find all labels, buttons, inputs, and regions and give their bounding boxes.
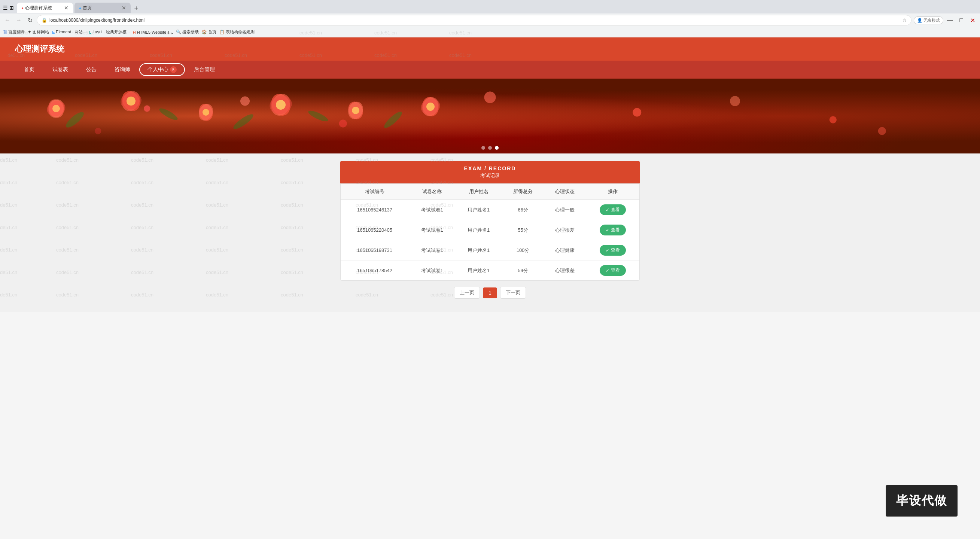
section-header-en: EXAM / RECORD <box>345 165 635 172</box>
check-icon: ✓ <box>606 248 609 253</box>
bookmark-icon-5: H <box>133 30 136 35</box>
bookmark-icon-3: E <box>52 30 55 35</box>
svg-point-10 <box>202 109 209 116</box>
forward-button[interactable]: → <box>14 16 23 25</box>
bookmark-wallpaper[interactable]: 🔍 搜索壁纸 <box>176 29 199 35</box>
profile-icon: 👤 <box>917 18 922 22</box>
carousel-dots[interactable] <box>481 146 499 150</box>
bookmark-baidufanyi[interactable]: 百 百度翻译 <box>3 29 25 35</box>
bookmark-home[interactable]: 🏠 首页 <box>202 29 216 35</box>
reload-button[interactable]: ↻ <box>25 16 35 25</box>
page-1-button[interactable]: 1 <box>483 288 497 298</box>
profile-button[interactable]: 👤 无痕模式 <box>914 16 943 24</box>
exam-table-body: 1651065246137考试试卷1用户姓名166分心理一般✓ 查看165106… <box>340 200 640 281</box>
browser-chrome: ☰ ⊞ ● 心理测评系统 ✕ ● 首页 ✕ ＋ ← → ↻ 🔒 localhos… <box>0 0 980 37</box>
exam-table-head: 考试编号 试卷名称 用户姓名 所得总分 心理状态 操作 <box>340 184 640 200</box>
bookmark-icon-6: 🔍 <box>176 30 181 35</box>
bookmark-tablespec[interactable]: 📋 表结构命名规则 <box>220 29 255 35</box>
nav-consultants[interactable]: 咨询师 <box>105 62 139 78</box>
minimize-button[interactable]: — <box>945 16 955 25</box>
tab-close-2[interactable]: ✕ <box>122 5 126 11</box>
check-icon: ✓ <box>606 268 609 273</box>
view-button-0[interactable]: ✓ 查看 <box>600 204 626 215</box>
svg-point-26 <box>382 110 404 130</box>
svg-point-24 <box>232 112 255 131</box>
carousel <box>0 79 980 153</box>
table-row: 1651065198731考试试卷1用户姓名1100分心理健康✓ 查看 <box>340 240 640 261</box>
bookmark-icon-2: ★ <box>28 30 32 35</box>
tab-title-1: 心理测评系统 <box>25 5 62 11</box>
browser-actions: 👤 无痕模式 — □ ✕ <box>914 16 977 25</box>
tab-active[interactable]: ● 心理测评系统 ✕ <box>17 3 73 13</box>
table-row: 1651065246137考试试卷1用户姓名166分心理一般✓ 查看 <box>340 200 640 220</box>
nav-papers[interactable]: 试卷表 <box>43 62 77 78</box>
carousel-dot-2[interactable] <box>488 146 492 150</box>
col-score: 所得总分 <box>502 184 544 200</box>
table-row: 1651065220405考试试卷1用户姓名155分心理很差✓ 查看 <box>340 220 640 240</box>
svg-point-23 <box>158 106 179 122</box>
tab-title-2: 首页 <box>83 5 119 11</box>
next-page-button[interactable]: 下一页 <box>500 287 526 299</box>
section-header-zh: 考试记录 <box>345 172 635 179</box>
carousel-dot-3[interactable] <box>495 146 499 150</box>
svg-point-25 <box>307 108 329 123</box>
site-title: 心理测评系统 <box>15 43 965 55</box>
bookmark-html5[interactable]: H HTML5 Website T... <box>133 30 173 35</box>
exam-table-wrapper: 考试编号 试卷名称 用户姓名 所得总分 心理状态 操作 165106524613… <box>340 183 640 281</box>
carousel-dot-1[interactable] <box>481 146 485 150</box>
nav-announcements[interactable]: 公告 <box>77 62 105 78</box>
svg-point-21 <box>426 103 434 111</box>
bookmark-layui[interactable]: L Layui · 经典开源模... <box>89 29 130 35</box>
svg-point-3 <box>52 105 60 112</box>
col-action: 操作 <box>586 184 640 200</box>
nav-personal-center[interactable]: 个人中心 5 <box>139 63 185 76</box>
exam-table: 考试编号 试卷名称 用户姓名 所得总分 心理状态 操作 165106524613… <box>340 184 640 280</box>
main-content: EXAM / RECORD 考试记录 考试编号 试卷名称 用户姓名 所得总分 心… <box>340 153 640 312</box>
check-icon: ✓ <box>606 207 609 213</box>
bookmark-icon-4: L <box>89 30 91 35</box>
tab-favicon-2: ● <box>79 6 81 10</box>
window-close-button[interactable]: ✕ <box>968 16 977 25</box>
address-text: localhost:8080/xinlipingcexitong/front/i… <box>49 17 900 23</box>
exam-table-header-row: 考试编号 试卷名称 用户姓名 所得总分 心理状态 操作 <box>340 184 640 200</box>
tab-inactive[interactable]: ● 首页 ✕ <box>75 3 130 13</box>
table-row: 1651065178542考试试卷1用户姓名159分心理很差✓ 查看 <box>340 261 640 281</box>
nav-admin[interactable]: 后台管理 <box>185 62 224 78</box>
bookmark-icon: 百 <box>3 29 7 35</box>
carousel-flowers-svg <box>0 79 980 153</box>
site-header: 心理测评系统 <box>0 37 980 60</box>
back-button[interactable]: ← <box>3 16 12 25</box>
bookmarks-bar: 百 百度翻译 ★ 图标网站 E Element · 网站... L Layui … <box>0 27 980 37</box>
tab-close-1[interactable]: ✕ <box>64 5 68 11</box>
site-nav: 首页 试卷表 公告 咨询师 个人中心 5 后台管理 <box>0 60 980 79</box>
tab-favicon-1: ● <box>21 6 24 10</box>
check-icon: ✓ <box>606 227 609 233</box>
tab-bar: ☰ ⊞ ● 心理测评系统 ✕ ● 首页 ✕ ＋ <box>0 0 980 13</box>
website: 心理测评系统 首页 试卷表 公告 咨询师 个人中心 5 后台管理 <box>0 37 980 312</box>
bookmark-element[interactable]: E Element · 网站... <box>52 29 86 35</box>
view-button-3[interactable]: ✓ 查看 <box>600 265 626 276</box>
svg-point-22 <box>64 110 86 130</box>
browser-controls: ← → ↻ 🔒 localhost:8080/xinlipingcexitong… <box>0 13 980 27</box>
prev-page-button[interactable]: 上一页 <box>454 287 480 299</box>
bookmark-star-icon[interactable]: ☆ <box>902 17 907 23</box>
col-exam-id: 考试编号 <box>340 184 409 200</box>
view-button-2[interactable]: ✓ 查看 <box>600 245 626 256</box>
svg-point-14 <box>276 100 286 110</box>
svg-point-7 <box>127 97 135 105</box>
view-button-1[interactable]: ✓ 查看 <box>600 224 626 235</box>
bookmark-iconsite[interactable]: ★ 图标网站 <box>28 29 49 35</box>
section-header: EXAM / RECORD 考试记录 <box>340 161 640 183</box>
maximize-button[interactable]: □ <box>957 16 966 25</box>
bookmark-icon-7: 🏠 <box>202 30 207 35</box>
address-bar[interactable]: 🔒 localhost:8080/xinlipingcexitong/front… <box>37 15 912 25</box>
col-username: 用户姓名 <box>455 184 502 200</box>
tab-screenshot-icon[interactable]: ⊞ <box>10 5 14 11</box>
personal-badge: 5 <box>170 66 177 73</box>
new-tab-button[interactable]: ＋ <box>133 3 140 12</box>
nav-home[interactable]: 首页 <box>15 62 43 78</box>
lock-icon: 🔒 <box>41 17 47 23</box>
svg-point-17 <box>352 107 360 114</box>
sidebar-toggle-icon[interactable]: ☰ <box>3 5 8 11</box>
pagination: 上一页 1 下一页 <box>340 281 640 305</box>
